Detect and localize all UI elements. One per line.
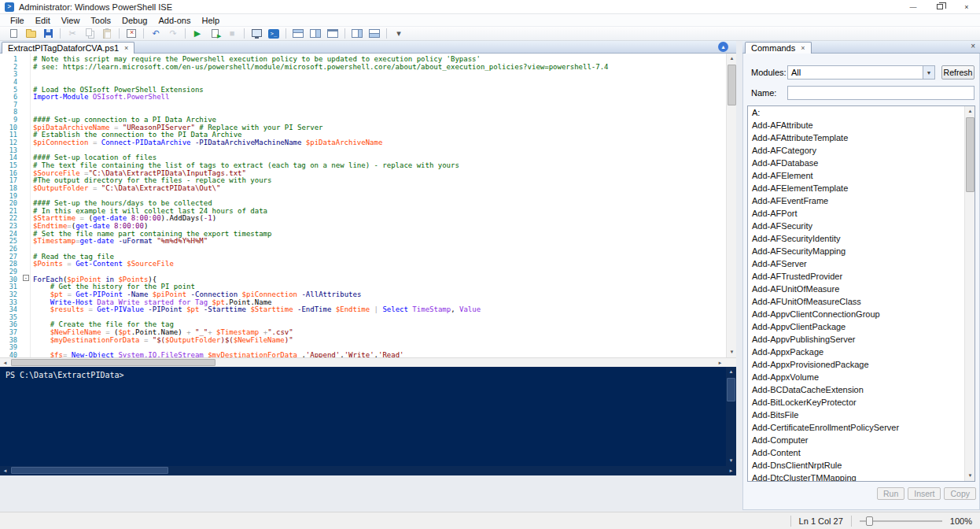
show-script-pane-maximized-icon[interactable] [324,27,341,40]
command-item[interactable]: Add-AppvPublishingServer [748,333,964,346]
zoom-level: 100% [950,516,972,526]
copy-icon[interactable] [81,27,98,40]
save-script-icon[interactable] [39,27,57,40]
commands-tab[interactable]: Commands × [745,42,812,54]
menu-item-addons[interactable]: Add-ons [153,16,196,25]
command-item[interactable]: Add-AFPort [748,207,964,220]
collapse-script-pane-icon[interactable]: ▴ [718,42,728,52]
show-script-pane-right-icon[interactable] [307,27,324,40]
console-vertical-scrollbar[interactable]: ▲ ▼ [726,367,736,466]
command-item[interactable]: Add-AFUnitOfMeasureClass [748,295,964,308]
command-item[interactable]: Add-AppxProvisionedPackage [748,358,964,371]
editor-scrollbar-thumb[interactable] [728,65,736,105]
zoom-slider-thumb[interactable] [866,516,873,526]
scroll-down-icon[interactable]: ▼ [727,347,736,357]
new-script-icon[interactable] [5,27,22,40]
command-item[interactable]: Add-DtcClusterTMMapping [748,472,964,481]
restore-button[interactable] [927,0,953,14]
undo-icon[interactable]: ↶ [147,27,164,40]
command-item[interactable]: Add-AFSecurity [748,220,964,232]
editor-hscrollbar-thumb[interactable] [11,359,216,366]
code-line: # Note this script may require the Power… [31,55,736,63]
paste-icon[interactable] [98,27,116,40]
insert-button[interactable]: Insert [908,487,941,500]
scroll-right-icon[interactable]: ► [726,466,736,475]
command-item[interactable]: Add-AFAttributeTemplate [748,131,964,144]
command-item[interactable]: Add-Content [748,446,964,459]
menu-item-file[interactable]: File [5,16,30,25]
scroll-down-icon[interactable]: ▼ [726,456,736,466]
open-script-icon[interactable] [22,27,39,40]
modules-dropdown[interactable]: All ▼ [787,65,935,80]
console-hscrollbar-thumb[interactable] [11,467,168,474]
console-horizontal-scrollbar[interactable]: ◄ ► [0,466,736,475]
menu-item-edit[interactable]: Edit [30,16,56,25]
show-script-pane-top-icon[interactable] [289,27,307,40]
menu-item-debug[interactable]: Debug [116,16,153,25]
stop-operation-icon[interactable]: ■ [223,27,241,40]
run-script-icon[interactable]: ▶ [189,27,206,40]
scroll-left-icon[interactable]: ◄ [0,466,10,475]
show-command-addon-icon[interactable] [348,27,366,40]
script-tab[interactable]: ExtractPITagDataforCVA.ps1 × [2,42,134,54]
redo-icon[interactable]: ↷ [164,27,182,40]
new-remote-powershell-tab-icon[interactable] [248,27,265,40]
scroll-up-icon[interactable]: ▲ [727,54,736,64]
start-powershell-exe-icon[interactable] [265,27,282,40]
command-item[interactable]: Add-DnsClientNrptRule [748,459,964,472]
command-item[interactable]: Add-AFElementTemplate [748,182,964,194]
menu-item-tools[interactable]: Tools [85,16,116,25]
command-item[interactable]: Add-AFUnitOfMeasure [748,283,964,295]
command-item[interactable]: Add-AFCategory [748,144,964,157]
toolbar-overflow-icon[interactable]: ▾ [390,27,407,40]
show-console-pane-icon[interactable] [366,27,383,40]
editor-horizontal-scrollbar[interactable]: ◄ ► [0,357,736,367]
command-item[interactable]: Add-AppvClientConnectionGroup [748,308,964,320]
menu-item-help[interactable]: Help [196,16,225,25]
console-scrollbar-thumb[interactable] [727,378,735,401]
command-item[interactable]: Add-AFTrustedProvider [748,270,964,283]
scroll-up-icon[interactable]: ▲ [726,367,736,377]
command-item[interactable]: Add-AppxPackage [748,346,964,358]
copy-button[interactable]: Copy [944,487,976,500]
clear-console-pane-icon[interactable] [123,27,140,40]
console-pane[interactable]: PS C:\Data\ExtractPIData> ▲ ▼ [0,367,736,466]
addon-pane-close-icon[interactable]: × [971,42,975,50]
commands-tab-close-icon[interactable]: × [801,45,805,52]
command-item[interactable]: Add-BitLockerKeyProtector [748,396,964,409]
command-item[interactable]: Add-Computer [748,434,964,446]
command-item[interactable]: Add-AFSecurityMapping [748,245,964,257]
commands-list-scrollbar[interactable]: ▲ ▼ [964,106,974,481]
cut-icon[interactable]: ✂ [64,27,81,40]
command-item[interactable]: Add-BCDataCacheExtension [748,383,964,396]
close-button[interactable]: × [953,0,980,14]
refresh-button[interactable]: Refresh [941,65,974,80]
command-item[interactable]: Add-BitsFile [748,409,964,421]
menu-item-view[interactable]: View [56,16,86,25]
code-line: $Timestamp=get-date -uFormat "%m%d%Y%H%M… [31,237,736,245]
command-item[interactable]: Add-AFSecurityIdentity [748,232,964,245]
command-item[interactable]: Add-CertificateEnrollmentPolicyServer [748,421,964,434]
command-item[interactable]: Add-AFDatabase [748,157,964,169]
command-item[interactable]: Add-AppxVolume [748,371,964,383]
pane-splitter[interactable] [736,41,742,510]
script-editor[interactable]: 1234567891011121314151617181920212223242… [0,54,736,357]
command-item[interactable]: Add-AFServer [748,257,964,270]
name-filter-input[interactable] [787,86,974,100]
fold-collapse-icon[interactable]: - [23,275,29,281]
minimize-button[interactable]: — [900,0,927,14]
commands-scrollbar-thumb[interactable] [966,117,974,192]
chevron-down-icon[interactable]: ▼ [923,66,934,79]
run-button[interactable]: Run [877,487,904,500]
zoom-slider[interactable] [860,515,942,527]
command-item[interactable]: Add-AFEventFrame [748,194,964,207]
scroll-down-icon[interactable]: ▼ [965,471,975,481]
command-item[interactable]: Add-AFElement [748,169,964,182]
scroll-up-icon[interactable]: ▲ [965,106,975,117]
run-selection-icon[interactable] [206,27,223,40]
command-item[interactable]: Add-AFAttribute [748,119,964,131]
command-item[interactable]: Add-AppvClientPackage [748,320,964,333]
editor-vertical-scrollbar[interactable]: ▲ ▼ [726,54,736,357]
script-tab-close-icon[interactable]: × [124,45,128,52]
editor-code[interactable]: # Note this script may require the Power… [31,54,736,357]
